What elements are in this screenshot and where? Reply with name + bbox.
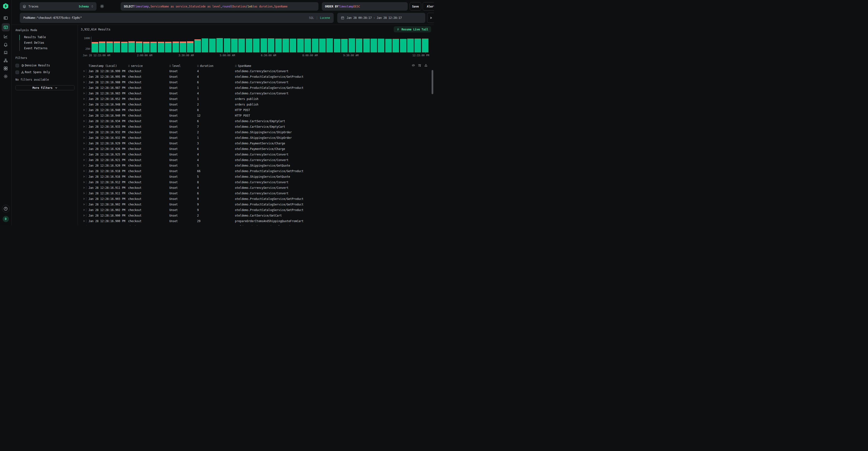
expand-row-chevron-icon[interactable] <box>83 164 86 167</box>
table-row[interactable]: Jan 28 12:28:16.902 PM checkout Unset 9 … <box>78 207 430 213</box>
nav-chart-explorer[interactable] <box>2 33 10 40</box>
histogram-bar[interactable] <box>253 39 259 52</box>
filter-toggle-root-spans-only[interactable]: Root Spans Only <box>16 69 74 76</box>
collapse-sidebar-button[interactable] <box>2 14 10 22</box>
expand-row-chevron-icon[interactable] <box>83 147 86 150</box>
table-row[interactable]: Jan 28 12:28:16.916 PM checkout Unset 5 … <box>78 174 430 179</box>
app-logo-icon[interactable] <box>2 3 9 9</box>
histogram-bar[interactable] <box>371 39 377 52</box>
table-row[interactable]: Jan 28 12:28:16.918 PM checkout Unset 66… <box>78 168 430 174</box>
histogram-bar[interactable] <box>209 39 216 52</box>
table-row[interactable]: Jan 28 12:28:16.932 PM checkout Unset 2 … <box>78 130 430 135</box>
column-header-level[interactable]: level <box>169 64 197 67</box>
expand-row-chevron-icon[interactable] <box>83 153 86 156</box>
histogram-bar[interactable] <box>231 39 238 52</box>
scrollbar-thumb[interactable] <box>432 70 433 94</box>
expand-row-chevron-icon[interactable] <box>83 108 86 112</box>
histogram-bar[interactable] <box>268 38 274 52</box>
table-row[interactable]: Jan 28 12:28:16.921 PM checkout Unset 4 … <box>78 157 430 163</box>
histogram-bar[interactable] <box>121 42 128 52</box>
table-row[interactable]: Jan 28 12:28:16.952 PM checkout Unset 1 … <box>78 96 430 102</box>
view-source-icon[interactable] <box>411 63 415 67</box>
expand-row-chevron-icon[interactable] <box>83 180 86 184</box>
histogram-bar[interactable] <box>341 39 348 52</box>
histogram-bar[interactable] <box>319 39 326 52</box>
histogram-bar[interactable] <box>173 41 179 52</box>
column-header-duration[interactable]: duration <box>197 64 235 67</box>
resume-live-tail-button[interactable]: Resume Live Tail <box>394 26 431 32</box>
histogram-bar[interactable] <box>114 41 120 52</box>
histogram-bar[interactable] <box>334 39 340 52</box>
histogram-bar[interactable] <box>143 42 150 52</box>
expand-row-chevron-icon[interactable] <box>83 203 86 206</box>
table-row[interactable]: Jan 28 12:28:16.934 PM checkout Unset 6 … <box>78 118 430 124</box>
time-range-picker[interactable]: Jan 28 00:28:17 - Jan 28 12:28:17 <box>337 13 425 23</box>
table-row[interactable]: Jan 28 12:28:16.933 PM checkout Unset 7 … <box>78 124 430 130</box>
orderby-clause-input[interactable]: ORDER BY Timestamp DESC <box>322 2 408 10</box>
select-clause-input[interactable]: SELECT Timestamp, ServiceName as service… <box>121 2 318 10</box>
expand-row-chevron-icon[interactable] <box>83 192 86 195</box>
histogram-bar[interactable] <box>378 39 384 52</box>
analysis-mode-item-event-patterns[interactable]: Event Patterns <box>19 46 74 51</box>
histogram-bar[interactable] <box>194 39 201 52</box>
language-toggle-sql[interactable]: SQL <box>309 16 314 20</box>
histogram-bar[interactable] <box>282 39 289 52</box>
table-row[interactable]: Jan 28 12:28:16.999 PM checkout Unset 4 … <box>78 68 430 74</box>
histogram-bar[interactable] <box>385 39 392 52</box>
table-row[interactable]: Jan 28 12:28:16.948 PM checkout Unset 2 … <box>78 102 430 107</box>
table-row[interactable]: Jan 28 12:28:16.900 PM checkout Unset 50… <box>78 224 430 225</box>
expand-row-chevron-icon[interactable] <box>83 142 86 145</box>
table-row[interactable]: Jan 28 12:28:16.925 PM checkout Unset 4 … <box>78 151 430 157</box>
histogram-bar[interactable] <box>106 41 113 52</box>
histogram-bar[interactable] <box>136 41 142 52</box>
table-row[interactable]: Jan 28 12:28:16.920 PM checkout Unset 5 … <box>78 163 430 168</box>
column-header-service[interactable]: service <box>128 64 169 67</box>
nav-alerts[interactable] <box>2 41 10 48</box>
expand-row-chevron-icon[interactable] <box>83 131 86 134</box>
expand-row-chevron-icon[interactable] <box>83 214 86 217</box>
histogram-bar[interactable] <box>260 38 267 52</box>
expand-row-chevron-icon[interactable] <box>83 186 86 189</box>
histogram-bar[interactable] <box>187 41 193 52</box>
table-row[interactable]: Jan 28 12:28:16.940 PM checkout Unset 8 … <box>78 107 430 113</box>
histogram-bar[interactable] <box>180 41 186 52</box>
nav-client-sessions[interactable] <box>2 49 10 56</box>
checkbox[interactable] <box>16 71 19 74</box>
histogram-bar[interactable] <box>400 39 406 52</box>
source-settings-button[interactable] <box>100 4 104 8</box>
expand-row-chevron-icon[interactable] <box>83 136 86 139</box>
nav-settings[interactable] <box>2 73 10 80</box>
histogram-bar[interactable] <box>165 42 172 52</box>
checkbox[interactable] <box>16 64 19 67</box>
expand-row-chevron-icon[interactable] <box>83 92 86 95</box>
histogram-bar[interactable] <box>312 39 318 52</box>
expand-row-chevron-icon[interactable] <box>83 75 86 78</box>
histogram-bar[interactable] <box>150 42 157 52</box>
nav-services[interactable] <box>2 57 10 64</box>
histogram-bar[interactable] <box>275 39 282 52</box>
table-scrollbar[interactable] <box>432 63 433 225</box>
source-selector[interactable]: Traces Schema <box>20 2 96 10</box>
histogram-bar[interactable] <box>407 39 414 52</box>
nav-dashboards[interactable] <box>2 65 10 72</box>
table-row[interactable]: Jan 28 12:28:16.911 PM checkout Unset 4 … <box>78 185 430 191</box>
histogram-bar[interactable] <box>349 38 355 52</box>
search-input[interactable]: PodName:"checkout-675775c4cc-f2p9c" SQL … <box>20 13 334 23</box>
histogram-bar[interactable] <box>238 39 245 52</box>
expand-row-chevron-icon[interactable] <box>83 69 86 73</box>
histogram-bar[interactable] <box>224 38 230 52</box>
histogram-bar[interactable] <box>363 39 370 52</box>
column-header-timestamp-local-[interactable]: Timestamp (Local) <box>89 64 128 67</box>
histogram-bar[interactable] <box>202 38 208 52</box>
nav-search-results[interactable] <box>2 23 10 31</box>
wrap-lines-icon[interactable] <box>418 63 422 67</box>
table-row[interactable]: Jan 28 12:28:16.988 PM checkout Unset 6 … <box>78 79 430 85</box>
table-row[interactable]: Jan 28 12:28:16.995 PM checkout Unset 4 … <box>78 74 430 79</box>
save-button[interactable]: Save <box>410 2 421 10</box>
table-row[interactable]: Jan 28 12:28:16.911 PM checkout Unset 6 … <box>78 191 430 196</box>
column-header-spanname[interactable]: SpanName <box>235 64 417 67</box>
table-row[interactable]: Jan 28 12:28:16.900 PM checkout Unset 2 … <box>78 213 430 218</box>
expand-row-chevron-icon[interactable] <box>83 220 86 223</box>
histogram-bar[interactable] <box>92 42 98 52</box>
language-toggle-lucene[interactable]: Lucene <box>320 16 330 20</box>
